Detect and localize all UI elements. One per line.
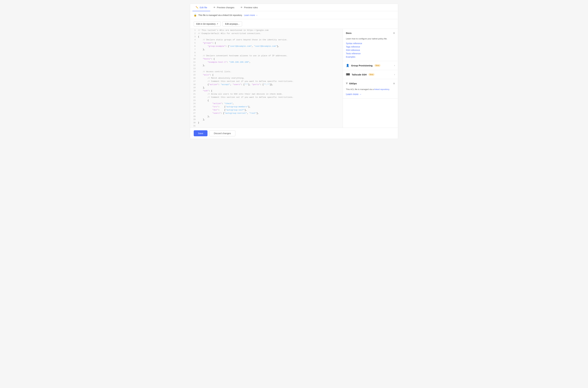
table-row: 14 // Access control lists.	[190, 70, 343, 73]
tags-reference-link[interactable]: Tags reference	[346, 46, 395, 48]
terminal-icon: ⌨	[346, 73, 350, 76]
table-row: 21 // Allow all users to SSH into their …	[190, 93, 343, 96]
table-row: 6 "group:example": ["user1@example.com",…	[190, 45, 343, 48]
code-editor[interactable]: 1 // This tailnet's ACLs are maintained …	[190, 29, 343, 128]
table-row: 8	[190, 51, 343, 54]
editor-area: 1 // This tailnet's ACLs are maintained …	[190, 29, 398, 128]
git-icon: ⑂	[346, 82, 348, 85]
table-row: 7 },	[190, 48, 343, 51]
docs-section: Docs ∨ Learn how to configure your tailn…	[343, 29, 398, 61]
syntax-reference-link[interactable]: Syntax reference	[346, 42, 395, 45]
external-link-icon: ↗	[217, 23, 218, 25]
table-row: 2 // Example/default ACLs for unrestrict…	[190, 32, 343, 35]
table-row: 27 "users": ["autogroup:nonroot", "root"…	[190, 112, 343, 115]
code-lines-container: 1 // This tailnet's ACLs are maintained …	[190, 29, 343, 128]
table-row: 23 {	[190, 99, 343, 102]
sidebar: Docs ∨ Learn how to configure your tailn…	[343, 29, 398, 128]
linked-repository-link[interactable]: linked repository	[374, 88, 389, 91]
chevron-down-icon-gitops: ∨	[393, 82, 395, 85]
table-row: 17 // Comment this section out if you wa…	[190, 80, 343, 83]
table-row: 26 "dst": ["autogroup:self"],	[190, 109, 343, 112]
examples-link[interactable]: Examples	[346, 56, 395, 58]
main-container: ✏️ Edit file 👁 Preview changes 👁 Preview…	[190, 4, 398, 139]
table-row: 16 // Match absolutely everything.	[190, 77, 343, 80]
table-row: 22 // Comment this section out if you wa…	[190, 96, 343, 99]
table-row: 3 {	[190, 35, 343, 38]
beta-badge-ssh: Beta	[369, 73, 374, 76]
tabs-bar: ✏️ Edit file 👁 Preview changes 👁 Preview…	[190, 4, 398, 11]
edit-icon: ✏️	[196, 6, 198, 9]
table-row: 31	[190, 124, 343, 128]
gitops-section: ⑂ GitOps ∨ This ACL file is managed via …	[343, 79, 398, 98]
table-row: 15 "acls": [	[190, 73, 343, 77]
tests-reference-link[interactable]: Tests reference	[346, 52, 395, 55]
chevron-down-icon: ∨	[393, 32, 395, 34]
eye-icon-1: 👁	[213, 6, 216, 9]
table-row: 5 "groups": {	[190, 42, 343, 45]
git-notice-bar: 🔒 This file is managed via a linked Git …	[190, 11, 398, 19]
table-row: 4 // Declare static groups of users beyo…	[190, 38, 343, 42]
edit-git-button[interactable]: Edit in Git repository ↗	[194, 21, 221, 26]
eye-icon-2: 👁	[240, 6, 243, 9]
gitops-section-header[interactable]: ⑂ GitOps ∨	[343, 79, 398, 88]
table-row: 18 {"action": "accept", "users": ["*"], …	[190, 83, 343, 86]
save-button[interactable]: Save	[194, 130, 207, 136]
docs-links-list: Syntax reference Tags reference SSH refe…	[346, 42, 395, 58]
gitops-description: This ACL file is managed via a linked re…	[346, 88, 395, 91]
table-row: 13	[190, 67, 343, 70]
table-row: 11 "example-host-1": "100.100.100.100",	[190, 61, 343, 64]
learn-more-link[interactable]: Learn more →	[244, 14, 258, 16]
table-row: 9 // Declare convenient hostname aliases…	[190, 54, 343, 57]
chevron-right-icon-ssh: ›	[394, 73, 395, 76]
gitops-learn-more-link[interactable]: Learn more →	[346, 93, 362, 96]
group-provisioning-section[interactable]: 👤 Group Provisioning Beta ›	[343, 61, 398, 70]
table-row: 28 },	[190, 115, 343, 118]
docs-section-header[interactable]: Docs ∨	[343, 29, 398, 37]
table-row: 10 "hosts": {	[190, 57, 343, 61]
docs-section-content: Learn how to configure your tailnet poli…	[343, 37, 398, 61]
table-row: 30 }	[190, 121, 343, 124]
ssh-reference-link[interactable]: SSH reference	[346, 49, 395, 51]
table-row: 12 },	[190, 64, 343, 67]
chevron-right-icon-group: ›	[394, 64, 395, 67]
gitops-section-content: This ACL file is managed via a linked re…	[343, 88, 398, 98]
tailscale-ssh-section[interactable]: ⌨ Tailscale SSH Beta ›	[343, 70, 398, 79]
beta-badge-group: Beta	[374, 64, 381, 67]
action-buttons-row: Edit in Git repository ↗ Edit anyways...	[190, 19, 398, 29]
table-row: 29 ],	[190, 118, 343, 121]
table-row: 19 ],	[190, 86, 343, 89]
tab-preview-changes[interactable]: 👁 Preview changes	[210, 4, 237, 11]
tab-edit-file[interactable]: ✏️ Edit file	[193, 4, 210, 11]
lock-icon: 🔒	[194, 14, 197, 17]
group-icon: 👤	[346, 64, 349, 67]
table-row: 1 // This tailnet's ACLs are maintained …	[190, 29, 343, 32]
tab-preview-rules[interactable]: 👁 Preview rules	[237, 4, 261, 11]
edit-anyway-button[interactable]: Edit anyways...	[222, 21, 242, 26]
discard-button[interactable]: Discard changes	[209, 130, 235, 136]
table-row: 25 "src": ["autogroup:members"],	[190, 105, 343, 109]
bottom-toolbar: Save Discard changes	[190, 128, 398, 139]
table-row: 24 "action": "check",	[190, 102, 343, 105]
table-row: 20 "ssh": [	[190, 89, 343, 93]
